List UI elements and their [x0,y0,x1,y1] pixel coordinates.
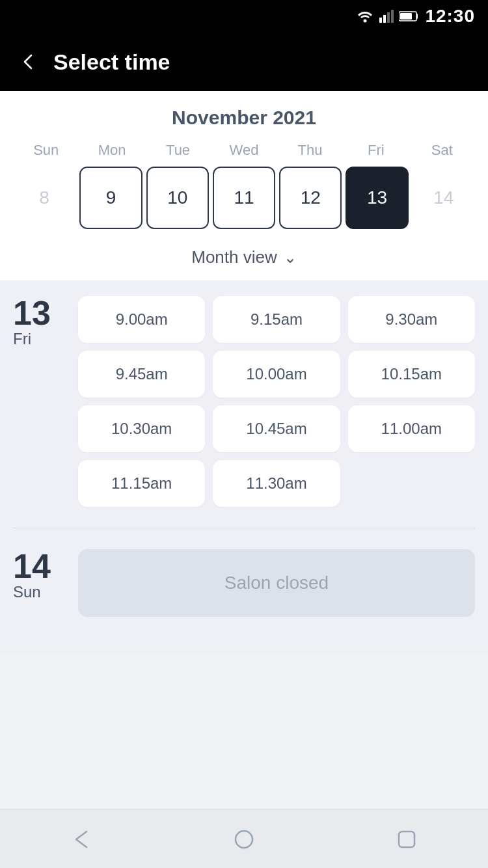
signal-icon [379,10,394,23]
day-header-sun: Sun [13,142,79,159]
week-row: 8 9 10 11 12 13 14 [13,167,475,229]
svg-rect-4 [391,10,394,23]
svg-rect-8 [399,832,414,847]
status-icons: 12:30 [356,6,475,27]
month-view-label: Month view [191,247,277,267]
day-header-wed: Wed [211,142,277,159]
section-divider [13,528,475,528]
status-bar: 12:30 [0,0,488,33]
time-slot[interactable]: 11.30am [213,460,340,507]
bottom-spacer [0,653,488,718]
svg-rect-3 [387,12,390,23]
back-nav-icon [70,828,93,851]
wifi-icon [356,10,374,23]
day-cell-12[interactable]: 12 [279,167,342,229]
home-nav-icon [232,828,256,851]
recents-nav-icon [395,828,418,851]
header: Select time [0,33,488,91]
day-name-fri: Fri [13,330,31,348]
time-slots-grid-13: 9.00am 9.15am 9.30am 9.45am 10.00am 10.1… [78,296,475,507]
month-view-toggle[interactable]: Month view ⌄ [13,237,475,280]
time-slot[interactable]: 9.15am [213,296,340,343]
month-year-label: November 2021 [13,107,475,129]
nav-home-button[interactable] [230,825,258,854]
time-slot[interactable]: 9.45am [78,351,205,398]
time-section: 13 Fri 9.00am 9.15am 9.30am 9.45am 10.00… [0,280,488,653]
day-cell-11[interactable]: 11 [213,167,275,229]
battery-icon [399,11,420,21]
time-slot[interactable]: 9.30am [348,296,475,343]
svg-point-0 [364,20,367,23]
time-slot[interactable]: 9.00am [78,296,205,343]
day-number-14: 14 [13,549,51,583]
time-slot[interactable]: 10.30am [78,405,205,452]
svg-rect-2 [383,15,386,23]
day-section-13: 13 Fri 9.00am 9.15am 9.30am 9.45am 10.00… [13,296,475,507]
day-section-14: 14 Sun Salon closed [13,549,475,617]
time-slot[interactable]: 11.00am [348,405,475,452]
day-header-sat: Sat [409,142,475,159]
day-header-fri: Fri [343,142,409,159]
chevron-down-icon: ⌄ [284,249,297,267]
svg-rect-6 [400,13,412,20]
day-cell-9[interactable]: 9 [79,167,142,229]
day-headers: Sun Mon Tue Wed Thu Fri Sat [13,142,475,159]
time-slot[interactable]: 10.00am [213,351,340,398]
salon-closed-message: Salon closed [78,549,475,617]
nav-recents-button[interactable] [392,825,421,854]
day-header-thu: Thu [277,142,343,159]
time-slot[interactable]: 10.15am [348,351,475,398]
day-header-tue: Tue [145,142,211,159]
calendar-section: November 2021 Sun Mon Tue Wed Thu Fri Sa… [0,91,488,280]
svg-rect-1 [379,18,382,23]
day-name-sun: Sun [13,583,41,601]
back-button[interactable] [20,53,38,71]
day-cell-10[interactable]: 10 [146,167,209,229]
day-cell-8[interactable]: 8 [13,167,75,229]
day-label-14: 14 Sun [13,549,65,601]
status-time: 12:30 [425,6,475,27]
time-slot[interactable]: 11.15am [78,460,205,507]
day-cell-13[interactable]: 13 [346,167,408,229]
time-slot[interactable]: 10.45am [213,405,340,452]
day-number-13: 13 [13,296,51,330]
nav-back-button[interactable] [67,825,96,854]
svg-point-7 [236,831,252,848]
page-title: Select time [53,49,170,75]
day-label-13: 13 Fri [13,296,65,348]
bottom-nav [0,809,488,868]
day-header-mon: Mon [79,142,144,159]
day-cell-14[interactable]: 14 [413,167,475,229]
